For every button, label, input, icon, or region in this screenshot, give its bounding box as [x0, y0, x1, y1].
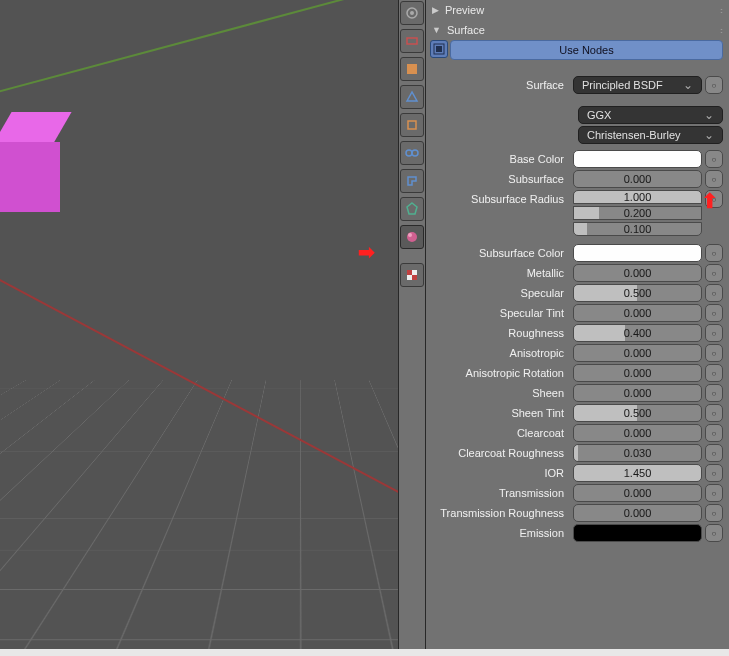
subsurface-value[interactable]: 0.000 [573, 170, 702, 188]
subsurface-radius-z[interactable]: 0.100 [573, 222, 702, 236]
svg-rect-14 [436, 46, 442, 52]
anisotropic-label: Anisotropic [430, 347, 570, 359]
link-socket[interactable]: ○ [705, 364, 723, 382]
clearcoat-roughness-label: Clearcoat Roughness [430, 447, 570, 459]
sheen-value[interactable]: 0.000 [573, 384, 702, 402]
link-socket[interactable]: ○ [705, 264, 723, 282]
emission-label: Emission [430, 527, 570, 539]
tab-texture[interactable] [400, 263, 424, 287]
svg-rect-11 [412, 270, 417, 275]
subsurface-label: Subsurface [430, 173, 570, 185]
roughness-value[interactable]: 0.400 [573, 324, 702, 342]
anisotropic-value[interactable]: 0.000 [573, 344, 702, 362]
subsurface-radius-x[interactable]: 1.000 [573, 190, 702, 204]
subsurface-radius-label: Subsurface Radius [430, 190, 570, 205]
specular-tint-label: Specular Tint [430, 307, 570, 319]
section-label: Preview [445, 4, 484, 16]
drag-dots-icon: :::: [720, 26, 721, 35]
svg-point-5 [406, 150, 412, 156]
subsurface-color-label: Subsurface Color [430, 247, 570, 259]
link-socket[interactable]: ○ [705, 464, 723, 482]
link-socket[interactable]: ○ [705, 384, 723, 402]
metallic-label: Metallic [430, 267, 570, 279]
tab-scene[interactable] [400, 57, 424, 81]
svg-rect-2 [407, 38, 417, 44]
annotation-arrow-right: ➡ [358, 240, 375, 264]
nodes-icon [430, 40, 448, 58]
specular-tint-value[interactable]: 0.000 [573, 304, 702, 322]
svg-point-1 [410, 11, 414, 15]
clearcoat-value[interactable]: 0.000 [573, 424, 702, 442]
link-socket[interactable]: ○ [705, 524, 723, 542]
properties-tabs [398, 0, 425, 656]
material-panel: ▶ Preview :::: ▼ Surface :::: Use Nodes … [425, 0, 729, 656]
transmission-roughness-label: Transmission Roughness [430, 507, 570, 519]
section-preview[interactable]: ▶ Preview :::: [430, 0, 723, 20]
svg-rect-9 [407, 270, 412, 275]
sss-method-dropdown[interactable]: Christensen-Burley [578, 126, 723, 144]
svg-rect-10 [412, 275, 417, 280]
link-socket[interactable]: ○ [705, 444, 723, 462]
clearcoat-roughness-value[interactable]: 0.030 [573, 444, 702, 462]
distribution-dropdown[interactable]: GGX [578, 106, 723, 124]
tab-render-layers[interactable] [400, 29, 424, 53]
roughness-label: Roughness [430, 327, 570, 339]
sheen-tint-label: Sheen Tint [430, 407, 570, 419]
emission-swatch[interactable] [573, 524, 702, 542]
tab-render[interactable] [400, 1, 424, 25]
surface-label: Surface [430, 79, 570, 91]
anisotropic-rotation-value[interactable]: 0.000 [573, 364, 702, 382]
section-label: Surface [447, 24, 485, 36]
collapse-icon: ▼ [432, 25, 441, 35]
viewport-3d[interactable]: ➡ [0, 0, 398, 649]
transmission-roughness-value[interactable]: 0.000 [573, 504, 702, 522]
base-color-label: Base Color [430, 153, 570, 165]
svg-point-8 [408, 233, 412, 237]
tab-object[interactable] [400, 113, 424, 137]
grid-floor [0, 380, 398, 649]
tab-data[interactable] [400, 197, 424, 221]
subsurface-radius-y[interactable]: 0.200 [573, 206, 702, 220]
svg-point-6 [412, 150, 418, 156]
tab-world[interactable] [400, 85, 424, 109]
surface-shader-dropdown[interactable]: Principled BSDF [573, 76, 702, 94]
link-socket[interactable]: ○ [705, 324, 723, 342]
link-socket[interactable]: ○ [705, 344, 723, 362]
link-socket[interactable]: ○ [705, 170, 723, 188]
link-socket[interactable]: ○ [705, 404, 723, 422]
specular-value[interactable]: 0.500 [573, 284, 702, 302]
expand-icon: ▶ [432, 5, 439, 15]
link-socket[interactable]: ○ [705, 504, 723, 522]
anisotropic-rotation-label: Anisotropic Rotation [430, 367, 570, 379]
svg-rect-4 [408, 121, 416, 129]
link-socket[interactable]: ○ [705, 304, 723, 322]
tab-constraints[interactable] [400, 141, 424, 165]
specular-label: Specular [430, 287, 570, 299]
cube-object[interactable] [0, 112, 60, 202]
svg-rect-3 [407, 64, 417, 74]
metallic-value[interactable]: 0.000 [573, 264, 702, 282]
clearcoat-label: Clearcoat [430, 427, 570, 439]
subsurface-color-swatch[interactable] [573, 244, 702, 262]
link-socket[interactable]: ○ [705, 284, 723, 302]
link-socket[interactable]: ○ [705, 76, 723, 94]
status-bar [0, 649, 729, 656]
link-socket[interactable]: ○ [705, 484, 723, 502]
tab-modifiers[interactable] [400, 169, 424, 193]
link-socket[interactable]: ○ [705, 150, 723, 168]
tab-material[interactable] [400, 225, 424, 249]
base-color-swatch[interactable] [573, 150, 702, 168]
ior-value[interactable]: 1.450 [573, 464, 702, 482]
link-socket[interactable]: ○ [705, 244, 723, 262]
transmission-label: Transmission [430, 487, 570, 499]
sheen-tint-value[interactable]: 0.500 [573, 404, 702, 422]
svg-point-7 [407, 232, 417, 242]
use-nodes-button[interactable]: Use Nodes [450, 40, 723, 60]
link-socket[interactable]: ○ [705, 424, 723, 442]
sheen-label: Sheen [430, 387, 570, 399]
ior-label: IOR [430, 467, 570, 479]
transmission-value[interactable]: 0.000 [573, 484, 702, 502]
svg-rect-12 [407, 275, 412, 280]
drag-dots-icon: :::: [720, 6, 721, 15]
section-surface[interactable]: ▼ Surface :::: [430, 20, 723, 40]
